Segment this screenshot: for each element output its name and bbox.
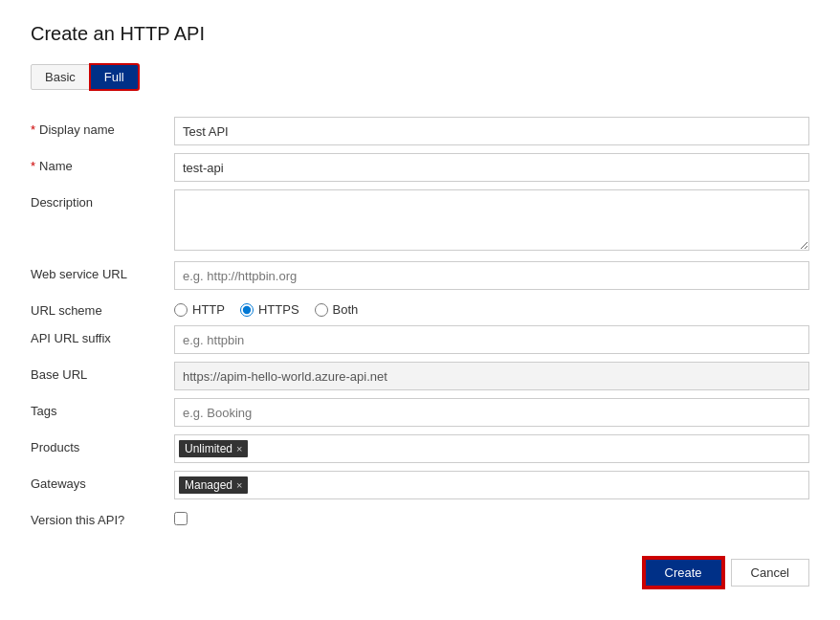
url-scheme-label: URL scheme <box>31 298 174 318</box>
version-label: Version this API? <box>31 507 174 527</box>
web-service-url-label: Web service URL <box>31 261 174 290</box>
tab-bar: Basic Full <box>31 64 809 90</box>
name-label: *Name <box>31 153 174 182</box>
api-url-suffix-row: API URL suffix <box>31 325 809 354</box>
gateways-tag-managed: Managed × <box>179 476 248 494</box>
form: *Display name *Name Description Web serv… <box>31 109 809 535</box>
display-name-row: *Display name <box>31 117 809 145</box>
radio-http[interactable]: HTTP <box>174 302 225 317</box>
page-title: Create an HTTP API <box>31 23 809 45</box>
description-input[interactable] <box>174 189 809 251</box>
base-url-label: Base URL <box>31 362 174 390</box>
tags-row: Tags <box>31 398 809 427</box>
version-row: Version this API? <box>31 507 809 527</box>
version-checkbox-row <box>174 507 809 525</box>
radio-https[interactable]: HTTPS <box>240 302 299 317</box>
products-input[interactable]: Unlimited × <box>174 434 809 463</box>
required-star-2: * <box>31 159 35 173</box>
gateways-input[interactable]: Managed × <box>174 471 809 499</box>
products-tag-label: Unlimited <box>185 442 232 455</box>
web-service-url-input[interactable] <box>174 261 809 290</box>
url-scheme-radio-group: HTTP HTTPS Both <box>174 298 809 317</box>
required-star: * <box>31 122 35 137</box>
gateways-label: Gateways <box>31 471 174 499</box>
products-tag-remove[interactable]: × <box>236 443 242 454</box>
radio-http-input[interactable] <box>174 303 188 317</box>
products-label: Products <box>31 434 174 463</box>
name-input[interactable] <box>174 153 809 182</box>
description-row: Description <box>31 189 809 254</box>
radio-both-input[interactable] <box>315 303 328 317</box>
api-url-suffix-input[interactable] <box>174 325 809 354</box>
api-url-suffix-label: API URL suffix <box>31 325 174 354</box>
base-url-row: Base URL <box>31 362 809 390</box>
gateways-row: Gateways Managed × <box>31 471 809 499</box>
base-url-input <box>174 362 809 390</box>
url-scheme-row: URL scheme HTTP HTTPS Both <box>31 298 809 318</box>
create-button[interactable]: Create <box>644 558 723 587</box>
footer: Create Cancel <box>31 558 809 587</box>
cancel-button[interactable]: Cancel <box>731 559 809 587</box>
tab-full[interactable]: Full <box>90 64 139 90</box>
products-row: Products Unlimited × <box>31 434 809 463</box>
tags-label: Tags <box>31 398 174 427</box>
web-service-url-row: Web service URL <box>31 261 809 290</box>
radio-both[interactable]: Both <box>315 302 359 317</box>
products-tag-unlimited: Unlimited × <box>179 440 248 457</box>
radio-https-input[interactable] <box>240 303 254 317</box>
tags-input[interactable] <box>174 398 809 427</box>
name-row: *Name <box>31 153 809 182</box>
tab-basic[interactable]: Basic <box>31 64 90 90</box>
description-label: Description <box>31 189 174 254</box>
gateways-tag-label: Managed <box>185 478 232 492</box>
display-name-input[interactable] <box>174 117 809 145</box>
display-name-label: *Display name <box>31 117 174 145</box>
version-checkbox[interactable] <box>174 512 188 525</box>
gateways-tag-remove[interactable]: × <box>236 479 242 491</box>
